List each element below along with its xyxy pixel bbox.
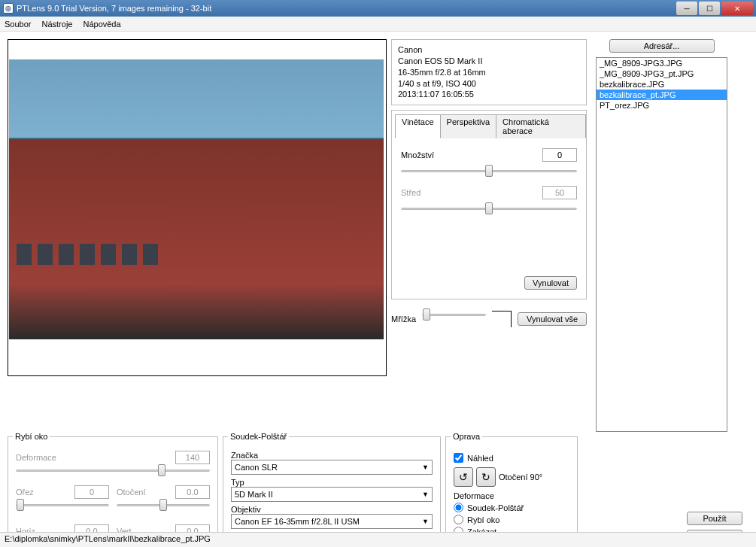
maximize-button[interactable]: ☐	[699, 2, 720, 15]
mrizka-label: Mřížka	[391, 315, 416, 324]
stred-value[interactable]: 50	[542, 186, 577, 199]
orez-label: Ořez	[16, 488, 34, 497]
file-item[interactable]: _MG_8909-JPG3_pt.JPG	[597, 68, 727, 79]
grid-preview	[492, 311, 512, 327]
rybi-oko-group: Rybí oko Deformace 140 Ořez0 Otočení0.0 …	[8, 436, 218, 547]
chevron-down-icon: ▼	[422, 463, 429, 471]
deformace-label: Deformace	[16, 453, 56, 462]
menubar: Soubor Nástroje Nápověda	[0, 17, 756, 32]
deformace-subtitle: Deformace	[454, 491, 569, 500]
photo	[9, 59, 384, 339]
otoceni-label: Otočení	[117, 488, 146, 497]
app-icon: ◎	[3, 3, 14, 14]
nahled-checkbox[interactable]	[454, 453, 463, 463]
close-button[interactable]: ✕	[721, 2, 753, 15]
pouzit-button[interactable]: Použít	[687, 512, 742, 525]
exif-line: 16-35mm f/2.8 at 16mm	[398, 67, 580, 78]
radio-soudek[interactable]	[454, 503, 463, 512]
stred-slider[interactable]	[401, 202, 577, 214]
menu-napoveda[interactable]: Nápověda	[83, 20, 120, 29]
chevron-down-icon: ▼	[422, 518, 429, 525]
otoceni-value[interactable]: 0.0	[175, 485, 210, 499]
radio-rybi[interactable]	[454, 515, 463, 524]
correction-tabs: Vinětace Perspektiva Chromatická aberace…	[391, 110, 587, 299]
znacka-label: Značka	[231, 451, 433, 460]
exif-line: 2013:11:07 16:05:55	[398, 89, 580, 100]
mrizka-slider[interactable]	[422, 308, 486, 321]
oprava-title: Oprava	[451, 432, 482, 441]
soudek-group: Soudek-Polštář Značka Canon SLR▼ Typ 5D …	[223, 436, 441, 547]
nahled-label: Náhled	[467, 454, 493, 463]
objektiv-select[interactable]: Canon EF 16-35mm f/2.8L II USM▼	[231, 514, 433, 529]
image-preview	[8, 39, 387, 376]
titlebar: ◎ PTLens 9.0 Trial Version, 7 images rem…	[0, 0, 756, 17]
vynulovat-vse-button[interactable]: Vynulovat vše	[518, 312, 587, 326]
deformace-value[interactable]: 140	[175, 451, 210, 464]
file-list[interactable]: _MG_8909-JPG3.JPG_MG_8909-JPG3_pt.JPGbez…	[596, 57, 727, 432]
mnozstvi-slider[interactable]	[401, 165, 577, 177]
chevron-down-icon: ▼	[422, 491, 429, 498]
mnozstvi-value[interactable]: 0	[542, 148, 577, 162]
file-item[interactable]: _MG_8909-JPG3.JPG	[597, 58, 727, 68]
window-title: PTLens 9.0 Trial Version, 7 images remai…	[17, 4, 211, 13]
exif-line: Canon EOS 5D Mark II	[398, 56, 580, 67]
typ-select[interactable]: 5D Mark II▼	[231, 487, 433, 502]
orez-value[interactable]: 0	[74, 485, 109, 499]
stred-label: Střed	[401, 188, 421, 197]
status-path: E:\diplomka\snimky\PTLens\markII\bezkali…	[5, 534, 211, 543]
exif-line: Canon	[398, 44, 580, 56]
adresar-button[interactable]: Adresář...	[609, 39, 715, 53]
otoceni-slider[interactable]	[117, 499, 210, 511]
file-item[interactable]: bezkalibrace.JPG	[597, 79, 727, 90]
orez-slider[interactable]	[16, 499, 109, 511]
exif-line: 1/40 s at f/9, ISO 400	[398, 78, 580, 90]
menu-soubor[interactable]: Soubor	[5, 20, 31, 29]
objektiv-label: Objektiv	[231, 505, 433, 514]
menu-nastroje[interactable]: Nástroje	[41, 20, 72, 29]
otoceni90-label: Otočení 90°	[499, 473, 542, 482]
soudek-title: Soudek-Polštář	[228, 432, 289, 441]
exif-panel: Canon Canon EOS 5D Mark II 16-35mm f/2.8…	[391, 39, 587, 105]
deformace-slider[interactable]	[16, 464, 210, 476]
oprava-group: Oprava Náhled ↺ ↻ Otočení 90° Deformace …	[445, 436, 578, 547]
minimize-button[interactable]: ─	[676, 2, 697, 15]
tab-chromatic[interactable]: Chromatická aberace	[496, 114, 586, 138]
rotate-right-button[interactable]: ↻	[476, 467, 496, 487]
vynulovat-button[interactable]: Vynulovat	[524, 276, 577, 290]
rybi-title: Rybí oko	[13, 432, 50, 441]
file-item[interactable]: bezkalibrace_pt.JPG	[597, 90, 727, 100]
tab-perspektiva[interactable]: Perspektiva	[441, 114, 496, 138]
rotate-left-button[interactable]: ↺	[454, 467, 473, 487]
mnozstvi-label: Množství	[401, 150, 434, 160]
file-item[interactable]: PT_orez.JPG	[597, 100, 727, 111]
typ-label: Typ	[231, 478, 433, 487]
statusbar: E:\diplomka\snimky\PTLens\markII\bezkali…	[0, 532, 756, 547]
tab-vinetace[interactable]: Vinětace	[395, 114, 441, 138]
znacka-select[interactable]: Canon SLR▼	[231, 460, 433, 475]
